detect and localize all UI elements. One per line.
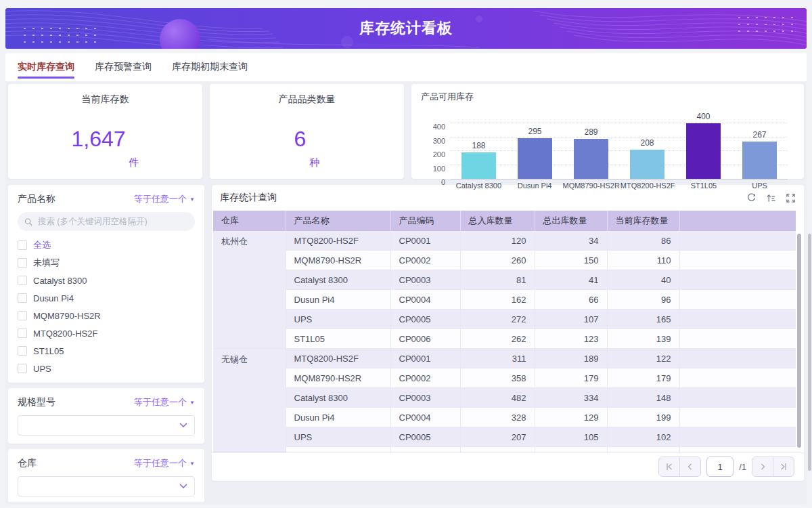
filter-option-label: Catalyst 8300 (33, 276, 87, 286)
table-cell: 262 (460, 329, 535, 349)
table-row[interactable]: ST1L05CP0006262123139 (213, 329, 796, 349)
filter-card-product-name: 产品名称 等于任意一个 ▼ 全选未填写Catalyst 8300Du (8, 185, 204, 383)
checkbox[interactable] (18, 311, 27, 320)
table-row[interactable]: Dusun Pi4CP00041626696 (213, 290, 796, 310)
table-cell: 179 (607, 368, 679, 388)
warehouse-group-cell: 无锡仓 (213, 349, 286, 453)
filter-operator-dropdown[interactable]: 等于任意一个 ▼ (134, 193, 195, 205)
table-cell: CP0001 (390, 231, 460, 251)
table-cell: CP0002 (390, 251, 460, 270)
spec-select[interactable] (18, 415, 195, 436)
table-row[interactable]: 无锡仓MTQ8200-HS2FCP0001311189122 (213, 349, 796, 368)
filter-option-label: ST1L05 (33, 346, 64, 356)
chart-bar-slot: 188 (451, 123, 507, 179)
filter-option[interactable]: Dusun Pi4 (18, 289, 195, 307)
filter-option[interactable]: 全选 (18, 236, 195, 254)
stat-card-current-stock: 当前库存数 1,647 件 (8, 84, 202, 179)
filter-option[interactable]: 未填写 (18, 254, 195, 272)
table-cell: 66 (535, 290, 607, 310)
filter-option-label: UPS (33, 364, 51, 374)
filter-option[interactable]: UPS (18, 360, 195, 377)
table-cell: ST1L05 (286, 329, 390, 349)
prev-page-button[interactable] (679, 457, 700, 476)
checkbox[interactable] (18, 293, 27, 303)
table-cell: 334 (535, 388, 607, 408)
table-row[interactable]: Catalyst 8300CP0003814140 (213, 270, 796, 290)
table-row[interactable]: 杭州仓MTQ8200-HS2FCP00011203486 (213, 231, 796, 251)
chart-bar[interactable] (742, 142, 777, 179)
main-panel: 实时库存查询库存预警查询库存期初期末查询 当前库存数 1,647 件 产品品类数… (5, 53, 807, 505)
table-row[interactable]: Dusun Pi4CP0004328129199 (213, 408, 796, 427)
warehouse-select[interactable] (18, 476, 195, 496)
search-box (18, 212, 195, 231)
column-header: 总出库数量 (535, 211, 607, 231)
table-cell: MQM8790-HS2R (286, 368, 390, 388)
table-cell: 105 (535, 427, 607, 447)
filter-option[interactable]: MQM8790-HS2R (18, 307, 195, 324)
chart-bar[interactable] (630, 150, 664, 179)
chart-bar-slot: 295 (507, 123, 563, 179)
stat-value: 6 (294, 127, 307, 152)
chart-bar[interactable] (686, 123, 721, 179)
table-cell: CP0004 (390, 408, 460, 427)
page-scrollbar-thumb[interactable] (808, 234, 811, 471)
column-header: 总入库数量 (460, 211, 535, 231)
table-cell: CP0001 (390, 349, 460, 368)
search-input[interactable] (37, 216, 188, 227)
table-cell: 102 (607, 427, 679, 447)
table-cell-filler (679, 368, 796, 388)
table-cell: Catalyst 8300 (286, 270, 390, 290)
table-cell: Dusun Pi4 (286, 290, 390, 310)
table-row[interactable]: MQM8790-HS2RCP0002260150110 (213, 251, 796, 270)
tab-1[interactable]: 实时库存查询 (18, 53, 74, 81)
chart-bar[interactable] (518, 138, 552, 179)
page-title: 库存统计看板 (5, 8, 807, 49)
filter-label: 仓库 (18, 457, 37, 469)
x-axis-category-label: Catalyst 8300 (451, 182, 507, 190)
table-cell: 148 (607, 388, 679, 408)
table-cell: UPS (286, 427, 390, 447)
fullscreen-expand-icon[interactable] (786, 193, 796, 203)
next-page-button[interactable] (752, 457, 773, 476)
table-cell: UPS (286, 310, 390, 329)
table-cell: 34 (535, 231, 607, 251)
checkbox[interactable] (18, 258, 27, 268)
chart-bar[interactable] (461, 152, 496, 179)
table-title: 库存统计查询 (220, 192, 277, 204)
table-row[interactable]: UPSCP0005272107165 (213, 310, 796, 329)
x-axis-category-label: MQM8790-HS2R (562, 182, 619, 190)
table-row[interactable]: MQM8790-HS2RCP0002358179179 (213, 368, 796, 388)
page-number-input[interactable] (706, 457, 734, 477)
filter-operator-dropdown[interactable]: 等于任意一个 ▼ (134, 396, 195, 408)
chevron-down-icon: ▼ (189, 196, 195, 203)
last-page-button[interactable] (773, 457, 794, 476)
chart-bar[interactable] (574, 139, 608, 179)
checkbox[interactable] (18, 346, 27, 356)
y-axis-tick-label: 300 (424, 137, 445, 145)
table-row[interactable] (213, 447, 796, 453)
tab-2[interactable]: 库存预警查询 (95, 53, 152, 81)
table-row[interactable]: UPSCP0005207105102 (213, 427, 796, 447)
table-scrollbar-thumb[interactable] (797, 234, 801, 448)
table-cell: 199 (607, 408, 679, 427)
table-cell-filler (679, 329, 796, 349)
checkbox[interactable] (18, 240, 27, 250)
checkbox[interactable] (18, 276, 27, 285)
table-cell: Dusun Pi4 (286, 408, 390, 427)
refresh-icon[interactable] (746, 193, 757, 203)
filter-option[interactable]: ST1L05 (18, 342, 195, 360)
checkbox[interactable] (18, 364, 27, 373)
checkbox[interactable] (18, 329, 27, 338)
filter-option[interactable]: Catalyst 8300 (18, 272, 195, 289)
chart-title: 产品可用库存 (421, 91, 794, 103)
table-cell-filler (679, 310, 796, 329)
first-page-button[interactable] (659, 457, 679, 476)
tab-3[interactable]: 库存期初期末查询 (172, 53, 248, 81)
table-row[interactable]: Catalyst 8300CP0003482334148 (213, 388, 796, 408)
sort-settings-icon[interactable] (766, 193, 776, 203)
filter-option[interactable]: MTQ8200-HS2F (18, 324, 195, 342)
stat-value: 1,647 (71, 127, 125, 152)
filter-operator-dropdown[interactable]: 等于任意一个 ▼ (134, 457, 195, 469)
chart-bar-slot: 267 (731, 123, 788, 179)
table-cell-filler (679, 231, 796, 251)
